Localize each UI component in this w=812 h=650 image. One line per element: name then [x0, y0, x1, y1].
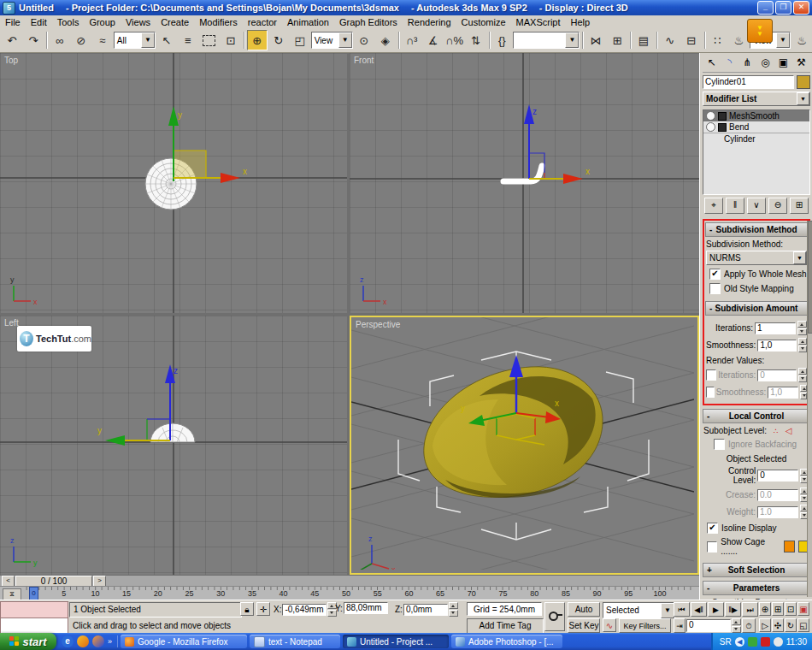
menu-file[interactable]: File [0, 16, 26, 28]
apply-whole-mesh-checkbox[interactable]: ✔ [709, 269, 721, 280]
zoom-all-icon[interactable]: ⊞ [772, 602, 784, 616]
z-coord-spinner[interactable] [449, 602, 458, 617]
iterations-spinner[interactable] [797, 321, 807, 335]
firefox-icon[interactable] [92, 635, 104, 647]
spinner-snap-icon[interactable]: ⇅ [466, 30, 486, 50]
maximize-viewport-icon[interactable]: ◱ [797, 618, 809, 632]
track-bar[interactable]: ⧖ 51015202530354045505560657075808590951… [0, 586, 699, 600]
frame-spinner[interactable] [732, 618, 741, 633]
modifier-list-dropdown[interactable]: Modifier List ▼ [703, 92, 810, 106]
current-frame-field[interactable]: 0 [686, 619, 731, 632]
x-coord-field[interactable]: -0,649mm [282, 604, 327, 616]
viewport-perspective[interactable]: Perspective [350, 316, 699, 575]
layer-manager-icon[interactable]: ▤ [633, 30, 654, 50]
language-indicator[interactable]: SR [720, 637, 732, 647]
rollout-header-subdivision-method[interactable]: - Subdivision Method [705, 222, 808, 237]
menu-views[interactable]: Views [121, 16, 156, 28]
close-button[interactable]: ✕ [793, 1, 809, 15]
cage-color-swatch-1[interactable] [784, 541, 795, 552]
restore-button[interactable]: ❐ [775, 1, 791, 15]
bulb-icon[interactable] [706, 122, 715, 132]
selection-lock-icon[interactable]: 🔒︎ [240, 602, 254, 616]
menu-reactor[interactable]: reactor [243, 16, 282, 28]
render-iterations-spinner[interactable] [798, 368, 807, 382]
named-selection-dropdown[interactable]: ▼ [513, 32, 580, 49]
select-and-manipulate-icon[interactable]: ◈ [375, 30, 396, 50]
zoom-extents-icon[interactable]: ⊡ [785, 602, 797, 616]
stack-row-meshsmooth[interactable]: MeshSmooth [703, 110, 809, 121]
collapse-icon[interactable]: - [709, 304, 712, 313]
mini-curve-editor-icon[interactable]: ⧖ [3, 588, 21, 600]
viewport-top[interactable]: Top [0, 53, 347, 313]
vertex-subobject-icon[interactable]: ∴ [774, 427, 779, 435]
subdivision-method-dropdown[interactable]: NURMS ▼ [706, 251, 807, 265]
stack-row-bend[interactable]: Bend [703, 121, 809, 133]
collapse-icon[interactable]: - [709, 225, 712, 234]
dropdown-arrow-icon[interactable]: ▼ [141, 32, 155, 48]
select-and-rotate-icon[interactable]: ↻ [268, 30, 289, 50]
hierarchy-tab-icon[interactable]: ⋔ [738, 54, 756, 71]
field-of-view-icon[interactable]: ▷ [759, 618, 771, 632]
menu-rendering[interactable]: Rendering [403, 16, 456, 28]
zoom-icon[interactable]: ⊕ [759, 602, 771, 616]
time-slider-next-icon[interactable]: > [93, 576, 106, 587]
scrollbar-thumb[interactable] [808, 221, 812, 334]
display-tab-icon[interactable]: ▣ [774, 54, 792, 71]
menu-customize[interactable]: Customize [456, 16, 511, 28]
show-cage-checkbox[interactable] [707, 541, 717, 552]
menu-maxscript[interactable]: MAXScript [511, 16, 566, 28]
time-configuration-icon[interactable]: ⏱ [742, 618, 756, 633]
selection-filter-dropdown[interactable]: All ▼ [114, 32, 156, 49]
quicklaunch-more-icon[interactable]: » [108, 637, 112, 646]
task-notepad[interactable]: text - Notepad [250, 635, 340, 648]
bind-to-spacewarp-icon[interactable]: ≈ [92, 30, 113, 50]
start-button[interactable]: start [0, 633, 56, 650]
menu-group[interactable]: Group [84, 16, 121, 28]
object-color-swatch[interactable] [797, 75, 810, 89]
old-style-mapping-checkbox[interactable] [709, 283, 721, 294]
create-tab-icon[interactable]: ↖ [703, 54, 721, 71]
curve-editor-icon[interactable]: ∿ [660, 30, 680, 50]
iterations-field[interactable]: 1 [755, 322, 796, 334]
dropdown-arrow-icon[interactable]: ▼ [565, 32, 579, 48]
modify-tab-icon[interactable]: ◝ [721, 54, 738, 71]
dropdown-arrow-icon[interactable]: ▼ [776, 32, 790, 48]
expand-icon[interactable]: + [707, 565, 712, 575]
go-to-end-icon[interactable]: ⏭ [742, 602, 758, 617]
material-editor-icon[interactable]: ∷ [707, 30, 727, 50]
menu-animation[interactable]: Animation [282, 16, 334, 28]
tray-alert-icon[interactable] [761, 637, 770, 647]
menu-help[interactable]: Help [566, 16, 596, 28]
reference-coordinate-dropdown[interactable]: View ▼ [311, 32, 353, 49]
ie-icon[interactable]: e [62, 635, 74, 647]
minimize-button[interactable]: _ [757, 1, 774, 15]
previous-frame-icon[interactable]: ◀‖ [691, 602, 707, 617]
go-to-start-icon[interactable]: ⏮ [674, 602, 690, 617]
isoline-display-checkbox[interactable]: ✔ [707, 523, 718, 534]
selection-set-dropdown[interactable]: Selected ▼ [603, 602, 675, 618]
absolute-mode-icon[interactable]: ✛ [256, 602, 270, 616]
smoothness-spinner[interactable] [798, 338, 807, 352]
select-and-move-icon[interactable]: ⊕ [247, 30, 268, 50]
next-frame-icon[interactable]: ‖▶ [725, 602, 741, 617]
select-and-link-icon[interactable]: ∞ [50, 30, 70, 50]
pin-stack-icon[interactable]: ⌖ [704, 198, 723, 214]
collapse-icon[interactable]: - [707, 411, 709, 421]
select-by-name-icon[interactable]: ≡ [178, 30, 198, 50]
utilities-tab-icon[interactable]: ⚒ [792, 54, 810, 71]
rollout-header-local-control[interactable]: - Local Control [703, 409, 810, 423]
zoom-extents-all-icon[interactable]: ▣ [797, 602, 809, 616]
mirror-icon[interactable]: ⋈ [585, 30, 606, 50]
tray-volume-icon[interactable] [774, 637, 783, 647]
angle-snap-icon[interactable]: ∡ [423, 30, 444, 50]
task-photoshop[interactable]: Adobe Photoshop - [... [451, 635, 562, 648]
rect-selection-region-icon[interactable] [199, 30, 220, 50]
menu-graph-editors[interactable]: Graph Editors [334, 16, 403, 28]
menu-tools[interactable]: Tools [52, 16, 85, 28]
schematic-view-icon[interactable]: ⊟ [681, 30, 702, 50]
communication-center-icon[interactable]: ▼▼ [747, 19, 773, 43]
snap-toggle-icon[interactable]: ∩³ [402, 30, 422, 50]
menu-create[interactable]: Create [156, 16, 194, 28]
named-selection-sets-icon[interactable]: {} [491, 30, 512, 50]
rollout-header-parameters[interactable]: - Parameters [703, 581, 810, 595]
